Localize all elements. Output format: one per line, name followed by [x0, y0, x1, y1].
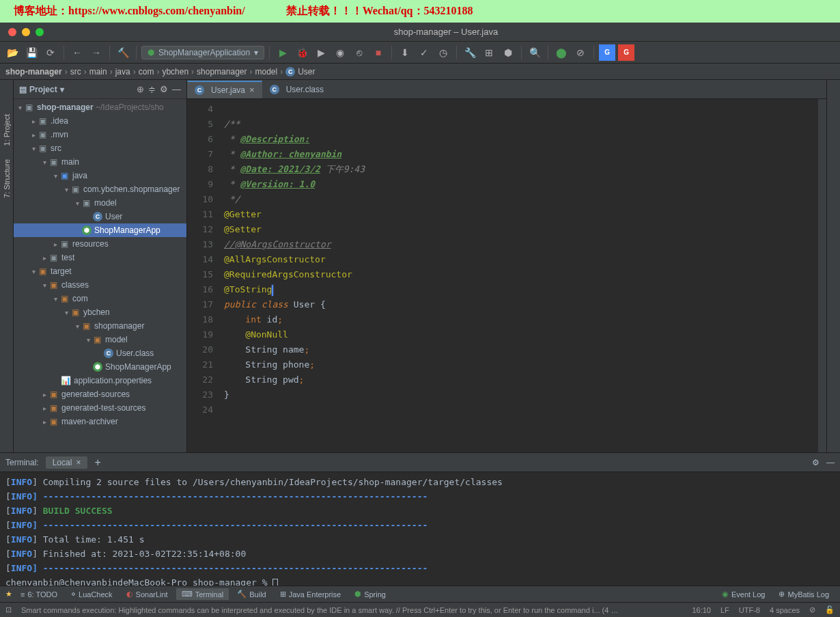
settings-icon[interactable]: 🔧	[462, 44, 478, 61]
forward-icon[interactable]: →	[88, 44, 104, 61]
close-icon[interactable]: ×	[76, 458, 81, 467]
tree-test[interactable]: test	[61, 253, 74, 262]
shield-icon[interactable]: ⊘	[809, 605, 815, 614]
open-icon[interactable]: 📂	[4, 44, 20, 61]
tree-target[interactable]: target	[51, 266, 72, 276]
minimize-window-icon[interactable]	[22, 28, 30, 36]
project-structure-icon[interactable]: ⊞	[481, 44, 497, 61]
vcs-commit-icon[interactable]: ✓	[416, 44, 432, 61]
btab-eventlog[interactable]: ◉Event Log	[716, 588, 771, 600]
google-plus-icon[interactable]: G	[618, 44, 634, 61]
locate-icon[interactable]: ⊕	[137, 84, 144, 94]
lock-icon[interactable]: 🔓	[825, 605, 835, 614]
hide-icon[interactable]: —	[826, 458, 835, 467]
bc-3[interactable]: java	[115, 67, 130, 77]
no-entry-icon[interactable]: ⊘	[572, 44, 589, 61]
vcs-history-icon[interactable]: ◷	[435, 44, 451, 61]
gear-icon[interactable]: ⚙	[160, 84, 168, 94]
tree-ybchen[interactable]: ybchen	[83, 307, 110, 317]
btab-mybatis[interactable]: ⊕MyBatis Log	[773, 588, 835, 600]
bc-5[interactable]: ybchen	[162, 67, 188, 77]
tree-gentest[interactable]: generated-test-sources	[61, 403, 145, 413]
back-icon[interactable]: ←	[69, 44, 85, 61]
tree-approps[interactable]: application.properties	[74, 376, 152, 385]
run-config-label: ShopManagerApplication	[158, 48, 250, 57]
bc-4[interactable]: com	[139, 67, 154, 77]
tree-root[interactable]: shop-manager	[37, 102, 94, 112]
tab-user-java[interactable]: CUser.java×	[187, 81, 262, 98]
tree-sm[interactable]: shopmanager	[94, 321, 144, 331]
tree-model[interactable]: model	[94, 198, 117, 208]
search-icon[interactable]: 🔍	[527, 44, 543, 61]
tree-com[interactable]: com	[72, 294, 88, 303]
status-sep[interactable]: LF	[720, 606, 729, 614]
profile-icon[interactable]: ◉	[332, 44, 348, 61]
star-icon[interactable]: ★	[5, 590, 12, 599]
btab-build[interactable]: 🔨Build	[232, 588, 271, 600]
tree-main[interactable]: main	[61, 157, 79, 167]
attach-icon[interactable]: ⎋	[351, 44, 367, 61]
btab-lua[interactable]: ⋄LuaCheck	[66, 588, 118, 600]
vcs-update-icon[interactable]: ⬇	[397, 44, 413, 61]
code-editor[interactable]: 456789101112131415161718192021222324 /**…	[187, 99, 826, 452]
btab-terminal[interactable]: ⌨Terminal	[176, 588, 229, 600]
coverage-icon[interactable]: ▶	[313, 44, 329, 61]
status-pos[interactable]: 16:10	[692, 606, 711, 614]
bc-7[interactable]: model	[255, 67, 277, 77]
bc-2[interactable]: main	[89, 67, 107, 77]
tree-mvn[interactable]: .mvn	[51, 130, 68, 139]
close-window-icon[interactable]	[8, 28, 16, 36]
tree-app[interactable]: ShopManagerApp	[94, 225, 160, 235]
tree-user[interactable]: User	[105, 212, 122, 221]
stop-icon[interactable]: ■	[370, 44, 387, 61]
rail-structure[interactable]: 7: Structure	[1, 152, 12, 205]
google-icon[interactable]: G	[599, 44, 615, 61]
avatar-icon[interactable]: ⬤	[553, 44, 570, 61]
collapse-icon[interactable]: ≑	[148, 84, 156, 94]
tree-classes[interactable]: classes	[61, 280, 89, 290]
rail-project[interactable]: 1: Project	[1, 107, 12, 152]
build-icon[interactable]: 🔨	[115, 44, 131, 61]
save-icon[interactable]: 💾	[23, 44, 40, 61]
status-icon[interactable]: ⊡	[5, 605, 12, 614]
tree-userclass[interactable]: User.class	[116, 348, 154, 358]
close-icon[interactable]: ×	[249, 85, 255, 95]
run-icon[interactable]: ▶	[275, 44, 291, 61]
code-content[interactable]: /** * @Description: * @Author: chenyanbi…	[224, 99, 826, 452]
tree-archiver[interactable]: maven-archiver	[61, 417, 118, 426]
reload-icon[interactable]: ⟳	[42, 44, 59, 61]
hide-icon[interactable]: —	[172, 84, 181, 94]
gear-icon[interactable]: ⚙	[812, 458, 820, 467]
btab-sonar[interactable]: ◐SonarLint	[121, 588, 173, 600]
bc-0[interactable]: shop-manager	[5, 67, 62, 77]
tree-app2[interactable]: ShopManagerApp	[105, 362, 171, 372]
error-stripe[interactable]	[818, 99, 826, 452]
bc-6[interactable]: shopmanager	[197, 67, 247, 77]
maximize-window-icon[interactable]	[36, 28, 44, 36]
debug-icon[interactable]: 🐞	[294, 44, 310, 61]
tree-model2[interactable]: model	[105, 335, 128, 344]
tree-idea[interactable]: .idea	[51, 116, 68, 126]
terminal-output[interactable]: [INFO] Compiling 2 source files to /User…	[0, 472, 840, 586]
tree-java[interactable]: java	[72, 171, 87, 180]
tree-pkg[interactable]: com.ybchen.shopmanager	[83, 184, 180, 194]
banner-left: 博客地址：https://www.cnblogs.com/chenyanbin/	[14, 4, 245, 18]
add-terminal-icon[interactable]: +	[94, 456, 100, 469]
tree-src[interactable]: src	[51, 143, 61, 153]
terminal-tab-local[interactable]: Local×	[46, 456, 88, 469]
btab-java[interactable]: ⊞Java Enterprise	[275, 588, 346, 600]
tree-res[interactable]: resources	[72, 239, 109, 249]
project-tree[interactable]: ▾▣shop-manager ~/IdeaProjects/sho ▸▣.ide…	[14, 99, 186, 452]
bc-1[interactable]: src	[70, 67, 81, 77]
status-indent[interactable]: 4 spaces	[770, 606, 800, 614]
run-config-dropdown[interactable]: ⬢ ShopManagerApplication ▾	[141, 46, 264, 59]
traffic-lights[interactable]	[0, 28, 52, 36]
tree-gensrc[interactable]: generated-sources	[61, 389, 130, 399]
sdk-icon[interactable]: ⬢	[500, 44, 516, 61]
btab-todo[interactable]: ≡6: TODO	[15, 589, 63, 600]
bc-8[interactable]: User	[298, 67, 315, 77]
chevron-down-icon[interactable]: ▾	[60, 85, 64, 94]
tab-user-class[interactable]: CUser.class	[262, 81, 331, 98]
btab-spring[interactable]: ⬢Spring	[349, 588, 391, 600]
status-enc[interactable]: UTF-8	[739, 606, 760, 614]
